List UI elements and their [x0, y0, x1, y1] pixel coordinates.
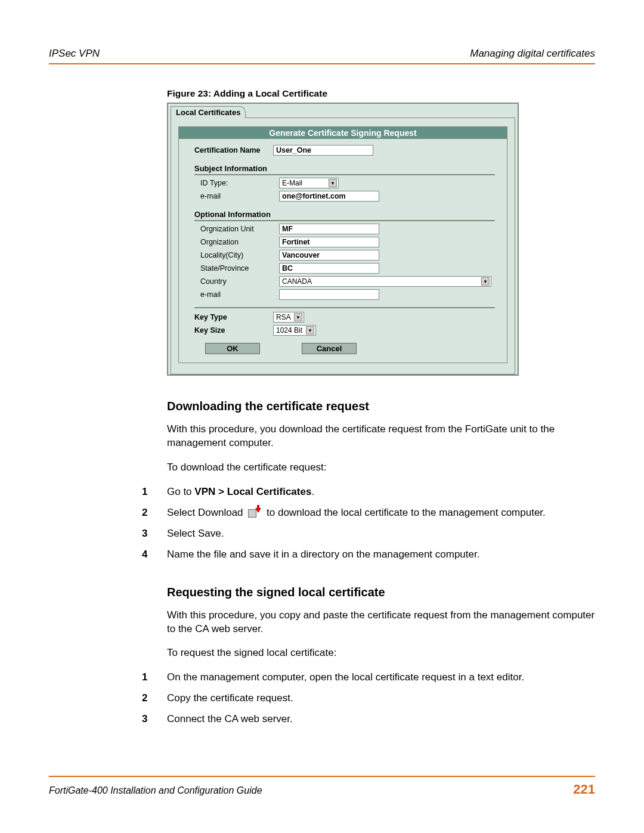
country-value: CANADA — [282, 277, 312, 286]
chevron-down-icon: ▼ — [294, 313, 302, 321]
body-text: With this procedure, you copy and paste … — [167, 609, 595, 636]
cert-name-input[interactable]: User_One — [273, 145, 373, 156]
download-icon — [248, 508, 261, 518]
footer-rule — [49, 776, 595, 777]
cancel-button[interactable]: Cancel — [302, 343, 357, 354]
country-label: Country — [194, 277, 279, 286]
org-unit-input[interactable]: MF — [279, 224, 379, 234]
id-type-label: ID Type: — [194, 179, 279, 187]
opt-email-label: e-mail — [194, 290, 279, 299]
tab-local-certificates[interactable]: Local Certificates — [171, 106, 246, 118]
screenshot-panel: Local Certificates Generate Certificate … — [167, 103, 519, 376]
body-text: With this procedure, you download the ce… — [167, 423, 595, 450]
state-input[interactable]: BC — [279, 263, 379, 274]
locality-label: Locality(City) — [194, 251, 279, 259]
chevron-down-icon: ▼ — [306, 326, 314, 335]
step-text: Name the file and save it in a directory… — [167, 548, 595, 562]
panel-title: Generate Certificate Signing Request — [179, 127, 507, 139]
step-text: Copy the certificate request. — [167, 692, 595, 705]
ok-button[interactable]: OK — [205, 343, 260, 354]
body-text: To download the certificate request: — [167, 461, 595, 475]
step-number: 4 — [142, 548, 167, 562]
step-number: 1 — [142, 671, 167, 685]
page-number: 221 — [573, 782, 595, 797]
footer-text: FortiGate-400 Installation and Configura… — [49, 785, 262, 796]
step-number: 1 — [142, 485, 167, 499]
country-select[interactable]: CANADA ▼ — [279, 276, 491, 287]
step-text: Select Save. — [167, 527, 595, 541]
email-input[interactable]: one@fortinet.com — [279, 191, 379, 202]
step-text: Connect the CA web server. — [167, 713, 595, 726]
step-number: 2 — [142, 506, 167, 520]
opt-email-input[interactable] — [279, 289, 379, 300]
step-text: On the management computer, open the loc… — [167, 671, 595, 685]
chevron-down-icon: ▼ — [329, 179, 337, 187]
locality-input[interactable]: Vancouver — [279, 250, 379, 261]
step-number: 3 — [142, 527, 167, 541]
key-size-select[interactable]: 1024 Bit ▼ — [273, 325, 316, 336]
body-text: To request the signed local certificate: — [167, 646, 595, 660]
step-number: 2 — [142, 692, 167, 705]
header-left: IPSec VPN — [49, 48, 100, 60]
state-label: State/Province — [194, 264, 279, 272]
subject-info-heading: Subject Information — [194, 164, 495, 175]
step-text: Select Download to download the local ce… — [167, 506, 595, 520]
org-unit-label: Orgnization Unit — [194, 225, 279, 233]
cert-name-label: Certification Name — [194, 146, 273, 154]
key-size-value: 1024 Bit — [276, 326, 302, 335]
key-type-value: RSA — [276, 313, 291, 321]
step-number: 3 — [142, 713, 167, 726]
optional-info-heading: Optional Information — [194, 210, 495, 221]
key-size-label: Key Size — [194, 326, 273, 335]
figure-caption: Figure 23: Adding a Local Certificate — [167, 88, 595, 99]
section-heading-request: Requesting the signed local certificate — [167, 586, 595, 599]
id-type-select[interactable]: E-Mail ▼ — [279, 178, 339, 188]
section-heading-download: Downloading the certificate request — [167, 400, 595, 413]
step-text: Go to VPN > Local Certificates. — [167, 485, 595, 499]
id-type-value: E-Mail — [282, 179, 302, 187]
org-input[interactable]: Fortinet — [279, 237, 379, 247]
email-label: e-mail — [194, 192, 279, 200]
key-type-label: Key Type — [194, 313, 273, 321]
header-right: Managing digital certificates — [470, 48, 595, 60]
header-rule — [49, 63, 595, 64]
key-type-select[interactable]: RSA ▼ — [273, 312, 304, 323]
chevron-down-icon: ▼ — [481, 277, 490, 286]
org-label: Orgnization — [194, 238, 279, 246]
